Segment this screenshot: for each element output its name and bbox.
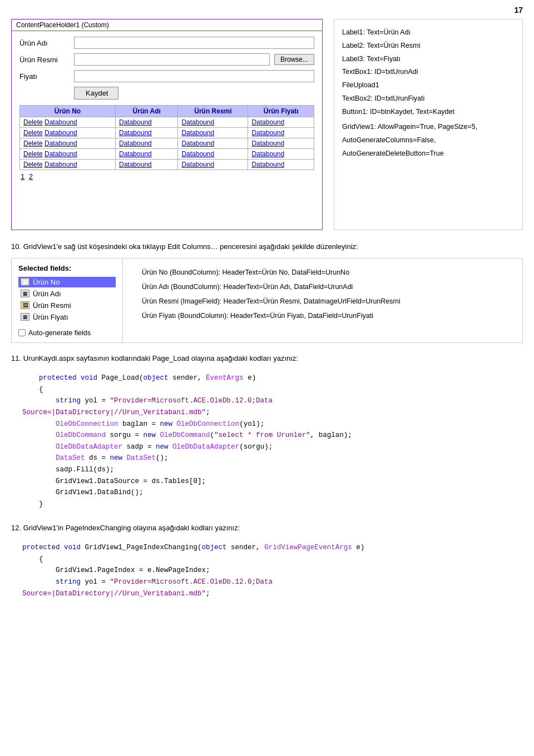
code-line: sadp.Fill(ds); [22, 464, 512, 476]
column-properties-panel: Ürün No (BoundColumn): HeaderText=Ürün N… [134, 258, 522, 342]
delete-link[interactable]: Delete [23, 129, 43, 137]
field-label: Ürün Adı [33, 290, 61, 298]
label-item: FileUpload1 [342, 79, 515, 92]
field-item-urun-adi[interactable]: ▦ Ürün Adı [18, 289, 116, 299]
code-line: GridView1.PageIndex = e.NewPageIndex; [22, 565, 512, 576]
code-line: Source=|DataDirectory|//Urun_Veritabani.… [22, 588, 512, 600]
table-row: Delete Databound Databound Databound Dat… [20, 160, 314, 170]
field-label: Ürün Fiyatı [33, 313, 68, 321]
field-label: Ürün Resmi [33, 301, 71, 310]
top-section: ContentPlaceHolder1 (Custom) Ürün Adı Ür… [11, 19, 523, 230]
code-line: protected void Page_Load(object sender, … [22, 372, 512, 384]
label-item: Label1: Text=Ürün Adı [342, 26, 515, 39]
code-line: { [22, 554, 512, 565]
auto-generate-label: Auto-generate fields [28, 329, 91, 337]
column-property: Ürün Adı (BoundColumn): HeaderText=Ürün … [142, 280, 515, 294]
image-icon: 🖼 [21, 301, 29, 309]
urun-adi-input[interactable] [74, 37, 314, 49]
code-block-12: protected void GridView1_PageIndexChangi… [11, 539, 523, 603]
urun-resmi-label: Ürün Resmi [19, 56, 70, 64]
code-line: { [22, 384, 512, 396]
fiyati-label: Fiyatı [19, 72, 70, 81]
code-line: OleDbConnection baglan = new OleDbConnec… [22, 419, 512, 430]
fiyati-row: Fiyatı [19, 70, 314, 82]
code-line: } [22, 499, 512, 510]
urun-adi-row: Ürün Adı [19, 37, 314, 49]
label-item: TextBox2: ID=txtUrunFiyati [342, 92, 515, 106]
section-11-heading: 11. UrunKaydi.aspx sayfasının kodlarında… [11, 353, 523, 364]
field-item-urun-fiyati[interactable]: ▦ Ürün Fiyatı [18, 312, 116, 322]
edit-columns-section: Selected fields: ▦ Ürün No ▦ Ürün Adı 🖼 … [11, 258, 523, 343]
field-label: Ürün No [33, 278, 60, 286]
section-10-heading: 10. GridView1'e sağ üst köşesindeki oka … [11, 241, 523, 252]
auto-generate-checkbox[interactable] [18, 329, 26, 336]
kaydet-button[interactable]: Kaydet [74, 87, 118, 100]
databound-cell: Databound [44, 118, 77, 126]
form-body: Ürün Adı Ürün Resmi Browse... Fiyatı Kay… [12, 31, 322, 188]
delete-link[interactable]: Delete [23, 140, 43, 147]
section-12-heading: 12. GridView1'in PageIndexChanging olayı… [11, 523, 523, 534]
selected-fields-title: Selected fields: [18, 264, 116, 272]
urun-resmi-row: Ürün Resmi Browse... [19, 53, 314, 66]
delete-link[interactable]: Delete [23, 118, 43, 126]
page-number: 17 [11, 6, 523, 14]
label-item: Label3: Text=Fiyatı [342, 53, 515, 66]
form-screenshot: ContentPlaceHolder1 (Custom) Ürün Adı Ür… [11, 19, 323, 230]
labels-panel: Label1: Text=Ürün Adı Label2: Text=Ürün … [334, 19, 523, 230]
label-item: Button1: ID=btnKaydet, Text=Kaydet [342, 106, 515, 119]
code-line: protected void GridView1_PageIndexChangi… [22, 542, 512, 554]
grid-header-urun-fiyati: Ürün Fiyatı [248, 106, 314, 117]
grid-pagination: 1 2 [19, 170, 314, 183]
column-property: Ürün Fiyatı (BoundColumn): HeaderText=Ür… [142, 309, 515, 323]
urun-adi-label: Ürün Adı [19, 39, 70, 47]
grid-icon: ▦ [21, 290, 29, 297]
code-line: Source=|DataDirectory|//Urun_Veritabani.… [22, 407, 512, 419]
page-1-link[interactable]: 1 [21, 172, 24, 181]
page-2-link[interactable]: 2 [29, 172, 33, 181]
code-line: GridView1.DataSource = ds.Tables[0]; [22, 476, 512, 488]
field-item-urun-resmi[interactable]: 🖼 Ürün Resmi [18, 300, 116, 311]
section-11: 11. UrunKaydi.aspx sayfasının kodlarında… [11, 353, 523, 514]
code-block-11: protected void Page_Load(object sender, … [11, 369, 523, 514]
table-row: Delete Databound Databound Databound Dat… [20, 117, 314, 128]
code-line: GridView1.DataBind(); [22, 487, 512, 499]
grid-table: Ürün No Ürün Adı Ürün Resmi Ürün Fiyatı … [19, 105, 314, 170]
grid-icon: ▦ [21, 278, 29, 286]
grid-header-urun-resmi: Ürün Resmi [178, 106, 248, 117]
fiyati-input[interactable] [74, 70, 314, 82]
code-line: OleDbDataAdapter sadp = new OleDbDataAda… [22, 441, 512, 453]
table-row: Delete Databound Databound Databound Dat… [20, 128, 314, 138]
field-item-urun-no[interactable]: ▦ Ürün No [18, 277, 116, 287]
label-item: Label2: Text=Ürün Resmi [342, 39, 515, 53]
delete-link[interactable]: Delete [23, 161, 43, 168]
selected-fields-panel: Selected fields: ▦ Ürün No ▦ Ürün Adı 🖼 … [12, 258, 123, 342]
delete-link[interactable]: Delete [23, 150, 43, 158]
column-property: Ürün Resmi (ImageField): HeaderText=Ürün… [142, 294, 515, 309]
column-property: Ürün No (BoundColumn): HeaderText=Ürün N… [142, 265, 515, 280]
table-row: Delete Databound Databound Databound Dat… [20, 149, 314, 160]
grid-header-urun-adi: Ürün Adı [116, 106, 178, 117]
browse-button[interactable]: Browse... [274, 54, 314, 65]
code-line: OleDbCommand sorgu = new OleDbCommand("s… [22, 430, 512, 441]
code-line: DataSet ds = new DataSet(); [22, 452, 512, 464]
grid-icon: ▦ [21, 313, 29, 321]
urun-resmi-input-group: Browse... [74, 53, 314, 66]
label-item: GridView1: AllowPagein=True, PageSize=5,… [342, 121, 515, 160]
code-line: string yol = "Provider=Microsoft.ACE.Ole… [22, 395, 512, 407]
auto-generate-checkbox-row: Auto-generate fields [18, 329, 116, 337]
grid-header-urún-no: Ürün No [20, 106, 116, 117]
urun-resmi-input[interactable] [74, 53, 270, 66]
table-row: Delete Databound Databound Databound Dat… [20, 138, 314, 149]
form-title-bar: ContentPlaceHolder1 (Custom) [12, 19, 322, 31]
section-12: 12. GridView1'in PageIndexChanging olayı… [11, 523, 523, 603]
code-line: string yol = "Provider=Microsoft.ACE.Ole… [22, 576, 512, 588]
kaydet-row: Kaydet [19, 87, 314, 100]
label-item: TextBox1: ID=txtUrunAdi [342, 66, 515, 79]
